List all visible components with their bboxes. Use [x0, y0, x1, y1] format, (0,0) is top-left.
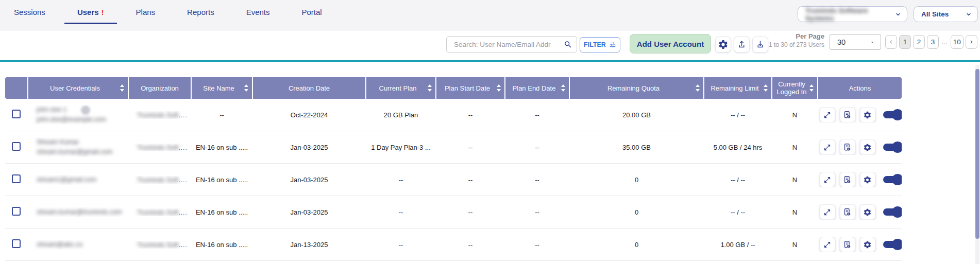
user-settings-button[interactable]: [860, 204, 875, 220]
page-button-1[interactable]: 1: [899, 35, 911, 49]
cell-organization: Truminds Soft....: [129, 241, 191, 249]
header-actions: Actions: [818, 77, 902, 99]
row-checkbox[interactable]: [12, 207, 21, 216]
user-enabled-toggle[interactable]: [883, 208, 901, 216]
sort-arrows-icon[interactable]: [764, 84, 768, 92]
page-button-10[interactable]: 10: [951, 35, 964, 49]
previous-page-button[interactable]: [885, 35, 897, 49]
header-creation-date: Creation Date: [253, 77, 365, 99]
expand-user-button[interactable]: [820, 107, 835, 122]
table-settings-button[interactable]: [715, 37, 731, 52]
sort-arrows-icon[interactable]: [809, 84, 814, 92]
user-settings-button[interactable]: [860, 139, 875, 155]
table-row: shivam1@gmail.com Truminds Soft.... EN-1…: [5, 164, 902, 196]
toggle-knob: [892, 206, 902, 218]
sort-arrows-icon[interactable]: [244, 84, 248, 92]
add-user-account-button[interactable]: Add User Account: [630, 34, 711, 54]
row-checkbox[interactable]: [12, 239, 21, 248]
header-plan-start-date[interactable]: Plan Start Date: [436, 77, 504, 99]
search-input[interactable]: [453, 40, 564, 49]
cell-user-credentials: shivam1@gmail.com: [28, 175, 128, 185]
page-size-select[interactable]: 30: [830, 34, 881, 50]
cell-select: [5, 239, 27, 250]
page-button-2[interactable]: 2: [913, 35, 925, 49]
tab-users[interactable]: Users!: [64, 0, 117, 24]
tab-events[interactable]: Events: [233, 0, 283, 24]
user-email: shivam.kumar@gmail.com: [37, 147, 112, 157]
expand-icon: [823, 241, 831, 249]
toggle-knob: [892, 239, 902, 250]
header-site-name[interactable]: Site Name: [192, 77, 252, 99]
user-enabled-toggle[interactable]: [883, 111, 901, 118]
table-row: shivam@abc.co Truminds Soft.... EN-16 on…: [5, 228, 902, 261]
tab-plans[interactable]: Plans: [123, 0, 168, 24]
header-user-credentials[interactable]: User Credentials: [28, 77, 128, 99]
gear-icon: [863, 143, 872, 152]
users-table-header: User Credentials Organization Site Name …: [5, 77, 902, 99]
plan-info-icon: [843, 143, 852, 152]
expand-user-button[interactable]: [820, 139, 835, 155]
organization-selector[interactable]: Truminds Software Systems: [798, 6, 907, 22]
sort-arrows-icon[interactable]: [428, 84, 432, 92]
results-range-label: 1 to 30 of 273 Users: [742, 41, 824, 48]
sort-arrows-icon[interactable]: [120, 84, 124, 92]
main-tabs: Sessions Users! Plans Reports Events Por…: [1, 0, 335, 24]
cell-currently-logged-in: N: [772, 176, 817, 184]
header-plan-end-date[interactable]: Plan End Date: [505, 77, 569, 99]
search-icon[interactable]: [564, 40, 572, 49]
tab-label: Portal: [302, 8, 322, 16]
plan-info-button[interactable]: [840, 237, 855, 252]
header-remaining-quota[interactable]: Remaining Quota: [570, 77, 703, 99]
cell-organization: Truminds Soft....: [129, 176, 191, 184]
user-settings-button[interactable]: [860, 237, 875, 252]
cell-plan-end-date: --: [505, 208, 569, 216]
expand-user-button[interactable]: [820, 237, 835, 252]
tab-reports[interactable]: Reports: [174, 0, 227, 24]
table-row: Shivam Kumar shivam.kumar@gmail.com Trum…: [5, 131, 902, 164]
filter-button[interactable]: FILTER: [580, 37, 620, 52]
header-current-plan[interactable]: Current Plan: [366, 77, 435, 99]
user-enabled-toggle[interactable]: [883, 241, 901, 248]
sort-arrows-icon[interactable]: [696, 84, 700, 92]
toggle-knob: [892, 174, 902, 185]
tab-label: Users: [77, 8, 99, 16]
expand-user-button[interactable]: [820, 172, 835, 187]
chevron-down-icon: [965, 11, 972, 18]
cell-current-plan: 1 Day Pay Plan-3 ...: [366, 144, 435, 151]
row-checkbox[interactable]: [12, 110, 21, 118]
cell-plan-end-date: --: [505, 176, 569, 184]
header-currently-logged-in[interactable]: Currently Logged In: [772, 77, 817, 99]
table-row: john doe 1 john.doe@example.com Truminds…: [5, 99, 902, 131]
user-settings-button[interactable]: [860, 107, 875, 122]
cell-actions: [818, 107, 902, 122]
row-checkbox[interactable]: [12, 174, 21, 183]
expand-user-button[interactable]: [820, 204, 835, 220]
sort-arrows-icon[interactable]: [497, 84, 501, 92]
tab-portal[interactable]: Portal: [289, 0, 335, 24]
sort-arrows-icon[interactable]: [561, 84, 565, 92]
user-settings-button[interactable]: [860, 172, 875, 187]
header-remaining-limit[interactable]: Remaining Limit: [704, 77, 771, 99]
cell-site-name: EN-16 on sub .....: [192, 144, 252, 151]
expand-icon: [823, 208, 831, 216]
gear-icon: [863, 240, 872, 249]
next-page-button[interactable]: [966, 35, 977, 49]
row-checkbox[interactable]: [12, 142, 21, 151]
tab-sessions[interactable]: Sessions: [1, 0, 58, 24]
gear-icon: [863, 175, 872, 184]
plan-info-button[interactable]: [840, 139, 855, 155]
gear-icon: [718, 39, 729, 50]
plan-info-button[interactable]: [840, 172, 855, 187]
cell-site-name: EN-16 on sub .....: [192, 176, 252, 184]
user-enabled-toggle[interactable]: [883, 144, 901, 151]
plan-info-button[interactable]: [840, 107, 855, 122]
toggle-knob: [892, 142, 902, 153]
plan-info-button[interactable]: [840, 204, 855, 220]
page-button-3[interactable]: 3: [927, 35, 939, 49]
user-enabled-toggle[interactable]: [883, 176, 901, 183]
vertical-scrollbar[interactable]: [975, 65, 979, 264]
scrollbar-thumb[interactable]: [975, 69, 979, 239]
cell-creation-date: Jan-03-2025: [253, 176, 365, 184]
users-page: Sessions Users! Plans Reports Events Por…: [0, 0, 980, 264]
site-selector[interactable]: All Sites: [914, 6, 978, 22]
